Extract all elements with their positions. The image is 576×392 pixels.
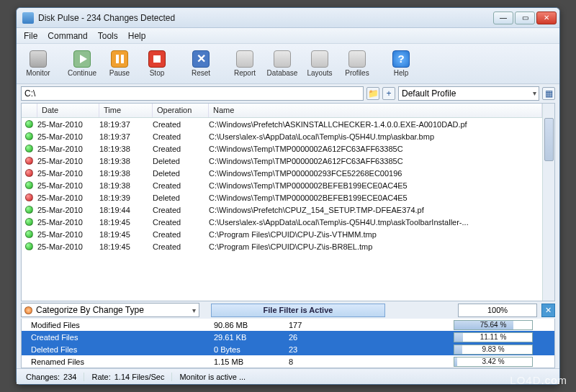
col-operation[interactable]: Operation — [153, 104, 209, 117]
percent-bar: 11.11 % — [454, 332, 533, 342]
minimize-button[interactable]: — — [493, 12, 513, 24]
monitor-icon — [30, 50, 47, 68]
app-window: Disk Pulse - 234 Changes Detected — ▭ ✕ … — [16, 7, 560, 385]
table-row[interactable]: 25-Mar-201018:19:38DeletedC:\Windows\Tem… — [22, 155, 542, 167]
events-grid: Date Time Operation Name 25-Mar-201018:1… — [21, 103, 555, 301]
percent-bar: 3.42 % — [454, 357, 533, 367]
categorize-select[interactable]: Categorize By Change Type — [21, 303, 199, 317]
menubar: File Command Tools Help — [17, 28, 559, 44]
profiles-button[interactable]: Profiles — [340, 47, 374, 81]
reset-icon: ✕ — [192, 50, 210, 68]
status-dot-icon — [25, 120, 33, 128]
filter-close-button[interactable]: ✕ — [541, 304, 555, 317]
table-row[interactable]: 25-Mar-201018:19:38DeletedC:\Windows\Tem… — [22, 167, 542, 179]
col-time[interactable]: Time — [99, 104, 153, 117]
percent-bar: 75.64 % — [454, 320, 533, 330]
table-row[interactable]: 25-Mar-201018:19:38CreatedC:\Windows\Tem… — [22, 142, 542, 155]
status-dot-icon — [25, 230, 33, 238]
titlebar[interactable]: Disk Pulse - 234 Changes Detected — ▭ ✕ — [17, 8, 559, 28]
status-dot-icon — [25, 132, 33, 140]
table-row[interactable]: 25-Mar-201018:19:38CreatedC:\Windows\Tem… — [22, 179, 542, 191]
scrollbar-thumb[interactable] — [544, 118, 554, 161]
help-icon: ? — [392, 50, 410, 68]
watermark: LO4D.com — [510, 374, 567, 386]
table-row[interactable]: 25-Mar-201018:19:45CreatedC:\Program Fil… — [22, 228, 542, 240]
pause-button[interactable]: Pause — [102, 47, 137, 81]
continue-button[interactable]: Continue — [65, 47, 99, 81]
path-bar: 📁 + Default Profile ▦ — [17, 84, 559, 103]
profile-select[interactable]: Default Profile — [398, 86, 539, 101]
menu-file[interactable]: File — [24, 31, 37, 41]
table-row[interactable]: 25-Mar-201018:19:37CreatedC:\Windows\Pre… — [22, 118, 542, 130]
report-button[interactable]: Report — [228, 47, 262, 81]
status-dot-icon — [25, 181, 33, 189]
menu-tools[interactable]: Tools — [98, 31, 118, 41]
pause-icon — [111, 50, 128, 68]
app-icon — [22, 12, 34, 24]
filter-bar: Categorize By Change Type File Filter is… — [17, 301, 559, 319]
summary-row[interactable]: Renamed Files1.15 MB83.42 % — [22, 355, 554, 368]
maximize-button[interactable]: ▭ — [515, 12, 535, 24]
grid-header[interactable]: Date Time Operation Name — [22, 104, 542, 118]
status-dot-icon — [25, 193, 33, 201]
status-dot-icon — [25, 157, 33, 165]
layouts-button[interactable]: Layouts — [302, 47, 337, 81]
summary-row[interactable]: Deleted Files0 Bytes239.83 % — [22, 343, 554, 355]
add-icon[interactable]: + — [382, 87, 395, 100]
table-row[interactable]: 25-Mar-201018:19:44CreatedC:\Windows\Pre… — [22, 204, 542, 216]
close-button[interactable]: ✕ — [536, 12, 557, 24]
stop-button[interactable]: Stop — [140, 47, 174, 81]
summary-row[interactable]: Modified Files90.86 MB17775.64 % — [22, 319, 554, 331]
status-message: Monitor is active ... — [179, 373, 246, 381]
database-icon — [274, 50, 291, 68]
percent-display: 100% — [458, 304, 537, 317]
table-row[interactable]: 25-Mar-201018:19:45CreatedC:\Program Fil… — [22, 240, 542, 252]
profiles-icon — [348, 50, 366, 68]
col-date[interactable]: Date — [37, 104, 99, 117]
reset-button[interactable]: ✕Reset — [184, 47, 218, 81]
filter-active-button[interactable]: File Filter is Active — [211, 304, 385, 317]
table-row[interactable]: 25-Mar-201018:19:37CreatedC:\Users\alex-… — [22, 130, 542, 142]
toolbar: Monitor Continue Pause Stop ✕Reset Repor… — [17, 44, 559, 84]
status-changes: Changes: 234 — [22, 373, 84, 381]
stop-icon — [148, 50, 166, 68]
table-row[interactable]: 25-Mar-201018:19:45CreatedC:\Users\alex-… — [22, 216, 542, 228]
statusbar: Changes: 234 Rate: 1.14 Files/Sec Monito… — [17, 368, 559, 384]
summary-grid: Modified Files90.86 MB17775.64 %Created … — [21, 319, 555, 368]
status-dot-icon — [25, 169, 33, 177]
status-dot-icon — [25, 145, 33, 152]
window-controls: — ▭ ✕ — [493, 12, 557, 24]
status-dot-icon — [25, 218, 33, 226]
path-input[interactable] — [21, 86, 364, 101]
menu-help[interactable]: Help — [128, 31, 146, 41]
database-button[interactable]: Database — [265, 47, 300, 81]
layouts-icon — [311, 50, 328, 68]
help-button[interactable]: ?Help — [384, 47, 418, 81]
browse-folder-icon[interactable]: 📁 — [366, 87, 379, 100]
table-row[interactable]: 25-Mar-201018:19:39DeletedC:\Windows\Tem… — [22, 191, 542, 204]
play-icon — [73, 50, 91, 68]
scrollbar[interactable] — [542, 104, 554, 301]
status-dot-icon — [25, 206, 33, 214]
status-dot-icon — [25, 242, 33, 250]
col-name[interactable]: Name — [209, 104, 542, 117]
summary-row[interactable]: Created Files29.61 KB2611.11 % — [22, 331, 554, 343]
monitor-button[interactable]: Monitor — [21, 47, 55, 81]
menu-command[interactable]: Command — [48, 31, 87, 41]
status-rate: Rate: 1.14 Files/Sec — [91, 373, 172, 381]
report-icon — [236, 50, 253, 68]
grid-view-icon[interactable]: ▦ — [542, 87, 555, 100]
window-title: Disk Pulse - 234 Changes Detected — [38, 13, 493, 23]
percent-bar: 9.83 % — [454, 345, 533, 355]
